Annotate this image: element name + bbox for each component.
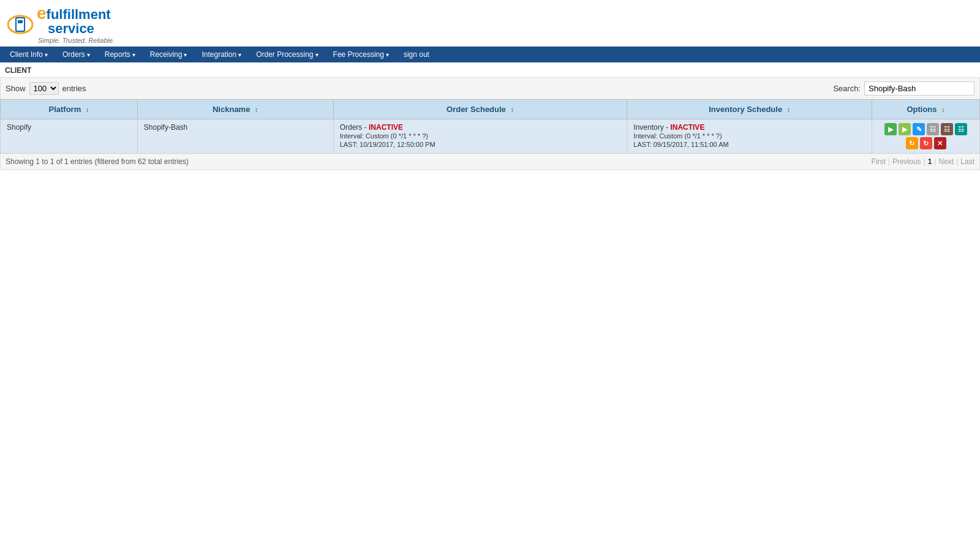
svg-rect-1 [16, 18, 24, 31]
btn-run-orders[interactable]: ▶ [884, 123, 897, 135]
pagination-previous[interactable]: Previous [892, 157, 921, 166]
btn-sync[interactable]: ↻ [906, 137, 918, 149]
pagination-last[interactable]: Last [960, 157, 974, 166]
btn-logs[interactable]: ☷ [955, 123, 967, 135]
show-entries-control: Show 100 10 25 50 entries [6, 82, 86, 95]
sort-options-icon: ↕ [941, 106, 945, 113]
btn-run-inventory[interactable]: ▶ [899, 123, 911, 135]
pagination-first[interactable]: First [871, 157, 885, 166]
col-header-inventory-schedule[interactable]: Inventory Schedule ↕ [627, 100, 872, 119]
cell-options: ▶ ▶ ✎ ☷ ☷ ☷ ↻ ↻ ✕ [872, 119, 980, 154]
search-label: Search: [833, 84, 861, 93]
sort-order-icon: ↕ [510, 106, 514, 113]
pagination-page-1[interactable]: 1 [928, 157, 932, 166]
nav-client-info-arrow: ▾ [45, 51, 48, 58]
nav-sign-out[interactable]: sign out [396, 47, 437, 62]
logo-brand: e fulfillment service Simple. Trusted. R… [37, 5, 115, 44]
logo: e fulfillment service Simple. Trusted. R… [7, 5, 115, 44]
btn-view-orders[interactable]: ☷ [927, 123, 939, 135]
nav-orders-arrow: ▾ [87, 51, 90, 58]
entries-label: entries [62, 84, 86, 93]
svg-point-0 [8, 16, 32, 33]
sort-platform-icon: ↕ [86, 106, 89, 113]
header: e fulfillment service Simple. Trusted. R… [0, 0, 980, 47]
nav-order-processing[interactable]: Order Processing ▾ [249, 47, 325, 62]
inventory-status-label: Inventory - INACTIVE [633, 123, 704, 132]
svg-rect-2 [18, 20, 23, 23]
inventory-last-text: LAST: 09/15/2017, 11:51:00 AM [633, 141, 728, 148]
nav-fee-processing-arrow: ▾ [386, 51, 389, 58]
pagination-next[interactable]: Next [939, 157, 954, 166]
logo-brand-name: fulfillment [47, 8, 111, 21]
options-buttons-group: ▶ ▶ ✎ ☷ ☷ ☷ ↻ ↻ ✕ [878, 123, 973, 149]
nav-receiving-arrow: ▾ [184, 51, 187, 58]
btn-view-inventory[interactable]: ☷ [941, 123, 953, 135]
sort-nickname-icon: ↕ [255, 106, 258, 113]
nav-bar: Client Info ▾ Orders ▾ Reports ▾ Receivi… [0, 47, 980, 62]
order-interval-text: Interval: Custom (0 */1 * * * ?) [340, 132, 428, 140]
cell-platform: Shopify [1, 119, 138, 154]
nav-reports-arrow: ▾ [132, 51, 135, 58]
search-container: Search: [833, 81, 974, 96]
nav-integration-arrow: ▾ [238, 51, 241, 58]
table-footer: Showing 1 to 1 of 1 entries (filtered fr… [0, 154, 980, 170]
showing-text: Showing 1 to 1 of 1 entries (filtered fr… [6, 157, 189, 166]
table-controls: Show 100 10 25 50 entries Search: [0, 77, 980, 99]
logo-tagline: Simple. Trusted. Reliable. [37, 37, 115, 44]
table-row: Shopify Shopify-Bash Orders - INACTIVE I… [1, 119, 980, 154]
table-header-row: Platform ↕ Nickname ↕ Order Schedule ↕ I… [1, 100, 980, 119]
nav-order-processing-arrow: ▾ [315, 51, 318, 58]
order-inactive-badge: INACTIVE [369, 123, 403, 132]
btn-delete[interactable]: ✕ [934, 137, 946, 149]
entries-select[interactable]: 100 10 25 50 [29, 82, 59, 95]
col-header-nickname[interactable]: Nickname ↕ [137, 100, 333, 119]
col-header-platform[interactable]: Platform ↕ [1, 100, 138, 119]
nav-receiving[interactable]: Receiving ▾ [143, 47, 195, 62]
logo-icon [7, 12, 33, 37]
inventory-interval-text: Interval: Custom (0 */1 * * * ?) [633, 132, 722, 140]
main-table: Platform ↕ Nickname ↕ Order Schedule ↕ I… [0, 99, 980, 154]
cell-inventory-schedule: Inventory - INACTIVE Interval: Custom (0… [627, 119, 872, 154]
sort-inventory-icon: ↕ [787, 106, 791, 113]
col-header-options[interactable]: Options ↕ [872, 100, 980, 119]
btn-refresh[interactable]: ↻ [920, 137, 932, 149]
col-header-order-schedule[interactable]: Order Schedule ↕ [333, 100, 627, 119]
nav-integration[interactable]: Integration ▾ [194, 47, 249, 62]
show-label: Show [6, 84, 26, 93]
logo-service: service [37, 22, 115, 36]
btn-edit[interactable]: ✎ [913, 123, 925, 135]
section-label: CLIENT [0, 62, 980, 77]
order-last-text: LAST: 10/19/2017, 12:50:00 PM [340, 141, 435, 148]
order-status-label: Orders - INACTIVE [340, 123, 403, 132]
pagination: First | Previous | 1 | Next | Last [871, 157, 974, 166]
cell-nickname: Shopify-Bash [137, 119, 333, 154]
nav-orders[interactable]: Orders ▾ [55, 47, 97, 62]
nav-client-info[interactable]: Client Info ▾ [2, 47, 55, 62]
nav-fee-processing[interactable]: Fee Processing ▾ [326, 47, 396, 62]
inventory-inactive-badge: INACTIVE [670, 123, 704, 132]
nav-reports[interactable]: Reports ▾ [97, 47, 143, 62]
search-input[interactable] [864, 81, 974, 96]
cell-order-schedule: Orders - INACTIVE Interval: Custom (0 */… [333, 119, 627, 154]
